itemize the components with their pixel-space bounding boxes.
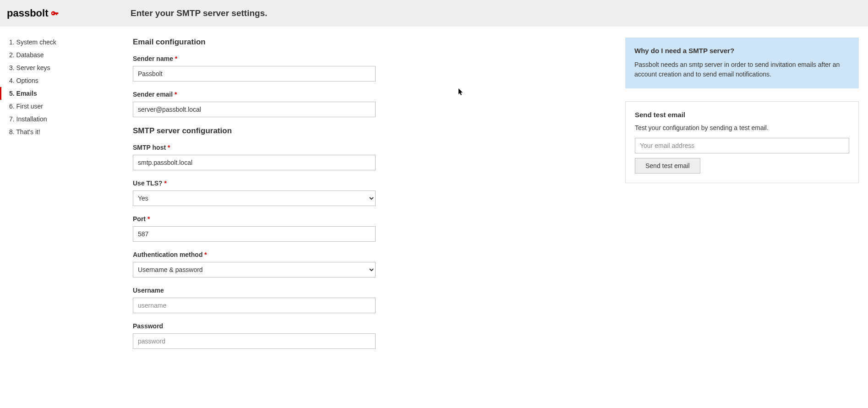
auth-method-label: Authentication method * xyxy=(133,251,472,258)
test-title: Send test email xyxy=(635,111,849,119)
step-installation[interactable]: 7. Installation xyxy=(0,113,124,125)
smtp-host-input[interactable] xyxy=(133,155,376,170)
step-server-keys[interactable]: 3. Server keys xyxy=(0,61,124,74)
logo-text: passbolt xyxy=(7,7,48,19)
port-label: Port * xyxy=(133,215,472,223)
username-input[interactable] xyxy=(133,298,376,313)
info-box: Why do I need a SMTP server? Passbolt ne… xyxy=(625,38,859,88)
page-title: Enter your SMTP server settings. xyxy=(131,8,267,18)
sender-name-label: Sender name * xyxy=(133,55,472,62)
sidebar: 1. System check 2. Database 3. Server ke… xyxy=(0,27,124,376)
info-title: Why do I need a SMTP server? xyxy=(634,47,850,54)
svg-point-1 xyxy=(52,13,54,14)
smtp-host-label: SMTP host * xyxy=(133,144,472,151)
port-input[interactable] xyxy=(133,226,376,242)
section-email-heading: Email configuration xyxy=(133,38,472,47)
test-email-input[interactable] xyxy=(635,138,849,153)
test-email-box: Send test email Test your configuration … xyxy=(625,101,859,183)
step-system-check[interactable]: 1. System check xyxy=(0,36,124,49)
step-emails[interactable]: 5. Emails xyxy=(0,87,124,100)
tls-label: Use TLS? * xyxy=(133,180,472,187)
send-test-email-button[interactable]: Send test email xyxy=(635,158,700,174)
password-input[interactable] xyxy=(133,333,376,349)
sender-name-input[interactable] xyxy=(133,66,376,82)
info-body: Passbolt needs an smtp server in order t… xyxy=(634,60,850,79)
tls-select[interactable]: Yes xyxy=(133,190,376,206)
test-body: Test your configuration by sending a tes… xyxy=(635,124,849,131)
sender-email-label: Sender email * xyxy=(133,91,472,98)
step-thats-it[interactable]: 8. That's it! xyxy=(0,125,124,138)
logo-icon xyxy=(50,8,60,18)
section-smtp-heading: SMTP server configuration xyxy=(133,126,472,136)
header-bar: passbolt Enter your SMTP server settings… xyxy=(0,0,868,27)
step-database[interactable]: 2. Database xyxy=(0,49,124,61)
step-first-user[interactable]: 6. First user xyxy=(0,100,124,113)
password-label: Password xyxy=(133,322,472,330)
sender-email-input[interactable] xyxy=(133,102,376,117)
logo: passbolt xyxy=(7,7,131,19)
step-options[interactable]: 4. Options xyxy=(0,74,124,87)
username-label: Username xyxy=(133,287,472,294)
auth-method-select[interactable]: Username & password xyxy=(133,262,376,277)
